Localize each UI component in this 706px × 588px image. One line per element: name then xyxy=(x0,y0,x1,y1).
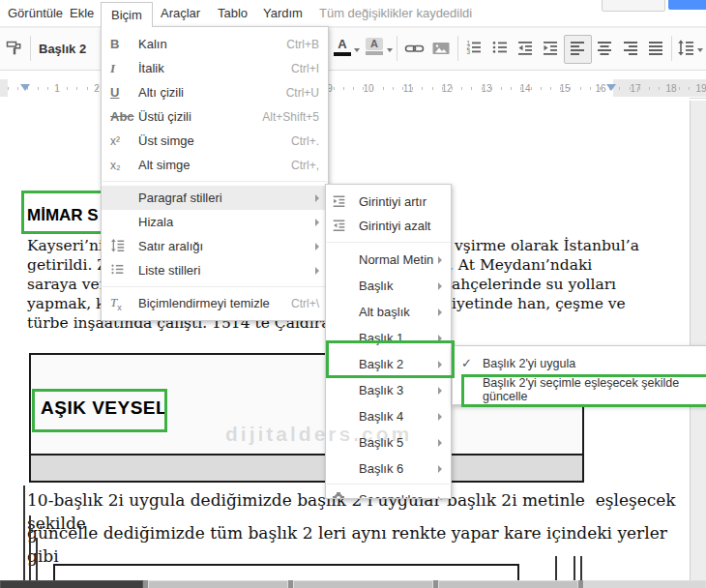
menu-item-label: Başlık 6 xyxy=(359,461,403,476)
menu-item-italik[interactable]: I İtalik Ctrl+I xyxy=(102,56,328,80)
superscript-icon: x² xyxy=(110,134,138,148)
doc-line: ahçelerinde su yolları xyxy=(452,275,616,294)
taskbar-button[interactable] xyxy=(438,580,578,588)
menu-item-alt-simge[interactable]: x₂ Alt simge Ctrl+, xyxy=(102,153,328,177)
toolbar-divider xyxy=(671,36,672,61)
indent-marker-right[interactable] xyxy=(606,84,616,91)
menu-bicim-open[interactable]: Biçim xyxy=(101,2,153,27)
submenu-item-baslik-4[interactable]: Başlık 4 xyxy=(326,403,451,429)
submenu-arrow-icon xyxy=(315,194,319,202)
annotation-box-baslik-2 xyxy=(326,340,455,378)
menu-araclar[interactable]: Araçlar xyxy=(161,6,200,20)
menu-item-label: Altı çizili xyxy=(138,85,184,100)
submenu-item-girintiyi-azalt[interactable]: Girintiyi azalt xyxy=(326,214,451,238)
line-spacing-dropdown-icon[interactable] xyxy=(697,48,703,52)
align-left-icon[interactable] xyxy=(569,39,586,60)
menu-yardim[interactable]: Yardım xyxy=(263,6,303,20)
submenu-arrow-icon xyxy=(315,267,319,275)
submenu-item-baslik-5[interactable]: Başlık 5 xyxy=(326,429,451,456)
bulleted-list-icon[interactable] xyxy=(491,39,509,60)
taskbar-button[interactable] xyxy=(148,580,288,588)
share-button[interactable] xyxy=(668,0,706,10)
ruler-number: 10 xyxy=(363,83,373,94)
menu-ekle[interactable]: Ekle xyxy=(70,6,94,20)
menu-item-ustu-cizili[interactable]: Abc Üstü çizili Alt+Shift+5 xyxy=(102,104,328,129)
taskbar-button[interactable] xyxy=(293,580,433,588)
svg-text:3: 3 xyxy=(467,48,471,55)
submenu-arrow-icon xyxy=(438,496,442,500)
align-center-icon[interactable] xyxy=(596,39,613,60)
highlight-color-button[interactable]: A xyxy=(366,38,383,55)
menu-item-bicimlendirmeyi-temizle[interactable]: Tx Biçimlendirmeyi temizle Ctrl+\ xyxy=(102,291,328,315)
annotation-box-asik-veysel xyxy=(32,389,167,432)
ruler-left-margin xyxy=(0,79,8,97)
submenu-item-normal-metin[interactable]: Normal Metin xyxy=(326,247,451,273)
submenu-item-baslik[interactable]: Başlık xyxy=(326,273,451,299)
submenu-item-baslik-3[interactable]: Başlık 3 xyxy=(326,377,451,403)
menu-separator xyxy=(327,242,450,243)
menu-item-label: Alt simge xyxy=(138,158,190,172)
save-status: Tüm değişiklikler kaydedildi xyxy=(319,6,472,20)
numbered-list-icon[interactable]: 123 xyxy=(465,39,483,60)
toolbar-divider xyxy=(397,36,397,61)
align-justify-icon[interactable] xyxy=(647,39,664,60)
indent-marker-left[interactable] xyxy=(20,84,30,91)
doc-line: , At Meydanı’ndaki xyxy=(449,255,592,275)
paint-format-icon[interactable] xyxy=(5,39,24,62)
submenu-item-secenekler[interactable]: Seçenekler xyxy=(326,486,451,499)
submenu-item-baslik2-uygula[interactable]: ✓ Başlık 2'yi uygula xyxy=(453,350,706,376)
submenu-arrow-icon xyxy=(438,439,442,447)
menu-item-kalin[interactable]: B Kalın Ctrl+B xyxy=(102,32,328,56)
submenu-arrow-icon xyxy=(315,219,319,226)
menu-item-liste-stilleri[interactable]: Liste stilleri xyxy=(102,258,328,282)
menu-item-ust-simge[interactable]: x² Üst simge Ctrl+. xyxy=(102,129,328,153)
doc-table-row-gray xyxy=(29,454,584,483)
menu-item-label: Satır aralığı xyxy=(138,239,203,253)
menu-item-label: Seçenekler xyxy=(359,492,422,499)
text-color-button[interactable]: A xyxy=(334,38,351,56)
menu-goruntule[interactable]: Görüntüle xyxy=(8,6,63,20)
vertical-scrollbar[interactable] xyxy=(690,101,706,580)
insert-image-icon[interactable] xyxy=(431,40,451,61)
doc-line: iyetinde han, çeşme ve xyxy=(452,294,626,313)
menu-item-label: Girintiyi azalt xyxy=(359,219,430,233)
underline-icon: U xyxy=(110,85,138,100)
highlight-dropdown-icon[interactable] xyxy=(387,48,393,52)
doc-table-border xyxy=(36,538,38,581)
paragraph-style-selector[interactable]: Başlık 2 xyxy=(39,42,86,56)
decrease-indent-icon[interactable] xyxy=(516,39,534,60)
italic-icon: I xyxy=(110,61,138,76)
submenu-item-girintiyi-artir[interactable]: Girintiyi artır xyxy=(326,190,451,214)
menu-item-label: İtalik xyxy=(138,61,164,75)
menu-item-hizala[interactable]: Hizala xyxy=(102,210,328,234)
ruler-number: 12 xyxy=(441,83,452,94)
line-spacing-icon[interactable] xyxy=(677,39,694,60)
menu-item-label: Başlık 3 xyxy=(359,383,403,397)
shortcut: Ctrl+, xyxy=(291,159,319,172)
align-right-icon[interactable] xyxy=(622,39,639,60)
ruler-number: 19 xyxy=(695,83,706,94)
doc-table-border xyxy=(23,485,25,581)
increase-indent-icon[interactable] xyxy=(542,39,559,60)
gear-icon xyxy=(332,491,359,499)
menu-item-label: Alt başlık xyxy=(359,305,410,319)
ruler-number: 18 xyxy=(665,83,676,94)
taskbar-button-active[interactable] xyxy=(0,580,143,588)
menu-item-alti-cizili[interactable]: U Altı çizili Ctrl+U xyxy=(102,80,328,104)
menu-item-paragraf-stilleri[interactable]: Paragraf stilleri xyxy=(102,186,328,210)
menu-tablo[interactable]: Tablo xyxy=(218,6,248,20)
insert-link-icon[interactable] xyxy=(404,40,425,61)
submenu-item-alt-baslik[interactable]: Alt başlık xyxy=(326,299,451,325)
submenu-arrow-icon xyxy=(438,413,442,421)
annotation-box-mimar xyxy=(21,191,104,234)
comments-button[interactable] xyxy=(602,0,665,12)
menu-item-satir-araligi[interactable]: Satır aralığı xyxy=(102,234,328,258)
text-color-dropdown-icon[interactable] xyxy=(354,48,360,52)
shortcut: Ctrl+\ xyxy=(291,297,319,310)
ruler-number: 15 xyxy=(559,83,570,94)
taskbar-button[interactable] xyxy=(583,580,706,588)
ruler-number: 13 xyxy=(481,83,491,94)
submenu-arrow-icon xyxy=(438,256,442,264)
submenu-item-baslik-6[interactable]: Başlık 6 xyxy=(326,456,451,482)
shortcut: Ctrl+U xyxy=(286,86,319,100)
